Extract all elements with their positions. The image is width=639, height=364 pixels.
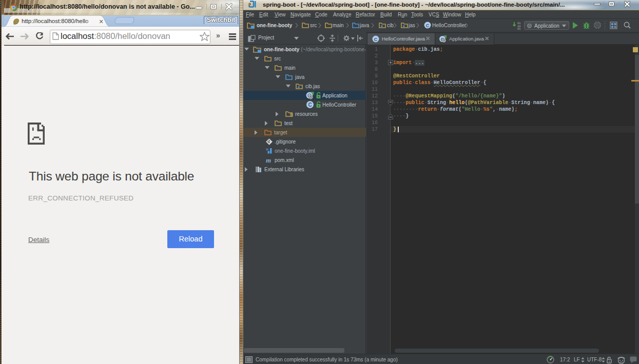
svg-text:C: C — [374, 37, 378, 42]
svg-text:C: C — [426, 23, 430, 28]
svg-text:C: C — [308, 102, 312, 108]
svg-text:m: m — [266, 156, 271, 164]
svg-text:01: 01 — [517, 27, 521, 30]
